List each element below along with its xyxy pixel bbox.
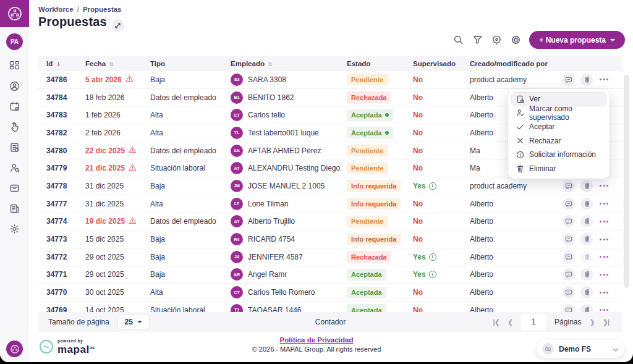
attachment-button[interactable]: [580, 180, 593, 192]
dashboard-icon[interactable]: [9, 60, 20, 71]
comment-button[interactable]: [563, 251, 575, 263]
column-tipo[interactable]: Tipo: [145, 60, 226, 67]
documents-icon[interactable]: [9, 142, 20, 153]
cell-id: 34774: [38, 217, 80, 226]
cell-estado: Pendiente: [342, 216, 408, 227]
location-icon[interactable]: [491, 35, 502, 46]
last-page-button[interactable]: ❯|: [603, 318, 609, 326]
first-page-button[interactable]: |❮: [493, 318, 499, 326]
cell-creado: Alberto: [465, 200, 558, 208]
attachment-button[interactable]: [580, 74, 593, 86]
table-footer-bar: Tamaño de página 25 Contador |❮ ❮ Página…: [38, 312, 622, 332]
cell-supervisado: Yes i: [408, 253, 465, 261]
next-page-button[interactable]: ❯: [589, 318, 594, 326]
comment-button[interactable]: [563, 268, 575, 281]
table-row[interactable]: 34769 14 oct 2025 Situación laboral T1 T…: [38, 302, 622, 312]
status-badge: Pendiente: [347, 145, 388, 156]
cell-tipo: Baja: [145, 270, 226, 279]
table-row[interactable]: 34771 29 oct 2025 Baja AR Angel Ramr Ace…: [38, 266, 622, 284]
settings-icon[interactable]: [9, 223, 20, 234]
row-menu-button[interactable]: [598, 289, 610, 296]
attachment-button[interactable]: [580, 286, 593, 298]
page-size-select[interactable]: 25: [117, 314, 150, 330]
row-menu-button[interactable]: [598, 182, 610, 189]
schedule-icon[interactable]: [9, 101, 20, 112]
table-row[interactable]: 34786 5 abr 2026 Baja S3 SARA 3308 Pendi…: [38, 71, 622, 89]
row-menu-button[interactable]: [598, 307, 610, 312]
comment-button[interactable]: [563, 304, 575, 312]
employee-avatar: AR: [231, 268, 243, 281]
attachment-button[interactable]: [580, 268, 593, 281]
menu-item-eliminar[interactable]: Eliminar: [511, 162, 606, 176]
menu-item-aceptar[interactable]: Aceptar: [511, 120, 606, 134]
row-menu-button[interactable]: [598, 253, 610, 260]
filter-icon[interactable]: [472, 35, 483, 46]
profile-icon[interactable]: [9, 80, 20, 91]
comment-button[interactable]: [563, 180, 575, 192]
comment-button[interactable]: [563, 215, 575, 227]
table-row[interactable]: 34770 30 oct 2025 Alta CT Carlos Tello R…: [38, 284, 622, 302]
menu-item-marcar-supervisado[interactable]: Marcar como supervisado: [511, 106, 606, 121]
user-avatar[interactable]: PA: [6, 33, 23, 50]
cell-actions: [558, 268, 622, 281]
column-fecha[interactable]: Fecha⇅: [80, 60, 145, 67]
cell-tipo: Baja: [145, 75, 226, 84]
comment-button[interactable]: [563, 233, 575, 245]
status-dot: [385, 131, 389, 135]
cell-id: 34777: [38, 200, 80, 208]
row-menu-button[interactable]: [598, 271, 610, 278]
attachment-button[interactable]: [580, 233, 593, 245]
table-row[interactable]: 34772 29 oct 2025 Baja J4 JENNIFER 4587 …: [38, 248, 622, 266]
breadcrumb: Workforce / Propuestas: [38, 6, 122, 13]
cell-tipo: Baja: [145, 182, 226, 190]
breadcrumb-workforce[interactable]: Workforce: [38, 6, 74, 13]
column-id[interactable]: Id↓: [38, 60, 80, 67]
prev-page-button[interactable]: ❮: [508, 318, 512, 326]
comment-button[interactable]: [563, 74, 575, 86]
cell-empleado: J4 JENNIFER 4587: [226, 251, 342, 263]
table-row[interactable]: 34774 19 dic 2025 Datos del empleado AT …: [38, 213, 622, 231]
column-supervisado[interactable]: Supervisado: [408, 60, 465, 67]
employee-name: JENNIFER 4587: [248, 253, 303, 261]
cell-fecha: 31 dic 2025: [80, 200, 145, 208]
row-menu-button[interactable]: [598, 76, 610, 83]
attachment-button[interactable]: [580, 198, 593, 210]
people-search-icon[interactable]: [9, 162, 20, 173]
expand-button[interactable]: [111, 19, 124, 32]
table-row[interactable]: 34773 15 dic 2025 Baja R4 RICARD 4754 In…: [38, 231, 622, 248]
column-empleado[interactable]: Empleado⇅: [226, 60, 342, 67]
privacy-link[interactable]: Política de Privacidad: [148, 336, 485, 344]
attachment-button[interactable]: [580, 215, 593, 227]
attachment-button[interactable]: [580, 304, 593, 312]
column-creado[interactable]: Creado/modificado por: [465, 60, 558, 67]
comment-button[interactable]: [563, 198, 575, 210]
column-estado[interactable]: Estado: [342, 60, 408, 67]
footer-center: Política de Privacidad © 2026 - MAPAL Gr…: [148, 336, 485, 353]
status-badge: Info requerida: [347, 234, 401, 245]
attachment-button[interactable]: [580, 251, 593, 263]
table-row[interactable]: 34777 31 dic 2025 Alta LT Lorie Tilman I…: [38, 195, 622, 213]
cell-estado: Info requerida: [342, 198, 408, 210]
row-menu-button[interactable]: [598, 200, 610, 207]
new-proposal-button[interactable]: + Nueva propuesta: [529, 31, 625, 49]
menu-item-rechazar[interactable]: Rechazar: [511, 134, 606, 148]
comment-button[interactable]: [563, 286, 575, 298]
row-menu-button[interactable]: [598, 236, 610, 243]
search-icon[interactable]: [452, 35, 464, 46]
cell-id: 34772: [38, 253, 80, 261]
tenant-selector[interactable]: Demo FS: [537, 340, 624, 358]
menu-item-solicitar-informacion[interactable]: Solicitar información: [511, 148, 606, 162]
reports-icon[interactable]: [9, 203, 20, 214]
gear-icon[interactable]: [510, 35, 521, 46]
cell-empleado: AA AFTAB AHMED Pérez: [226, 145, 342, 157]
touch-icon[interactable]: [9, 121, 20, 132]
table-row[interactable]: 34778 31 dic 2025 Baja JM JOSE MANUEL 2 …: [38, 177, 622, 195]
breadcrumb-propuestas[interactable]: Propuestas: [83, 6, 122, 13]
row-menu-button[interactable]: [598, 218, 610, 225]
archive-icon[interactable]: [9, 182, 20, 193]
page-number-input[interactable]: [520, 314, 546, 330]
employee-name: RICARD 4754: [248, 235, 295, 243]
cell-estado: Aceptada: [342, 287, 408, 298]
table-scrollbar[interactable]: [624, 75, 629, 288]
status-badge: Info requerida: [347, 198, 401, 210]
